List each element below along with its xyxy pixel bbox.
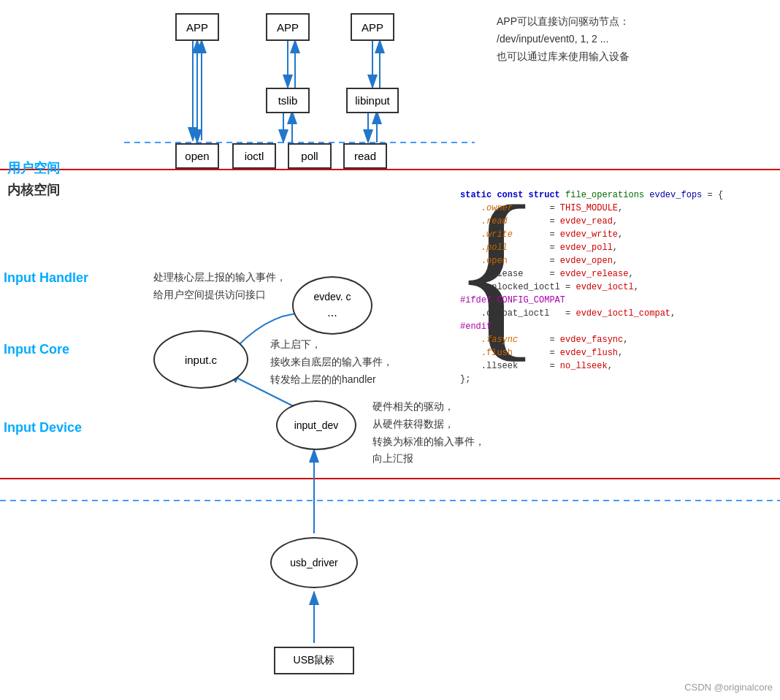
input-core-desc-text: 承上启下，接收来自底层的输入事件，转发给上层的的handler (270, 338, 393, 385)
libinput-box: libinput (346, 88, 399, 113)
input-core-desc: 承上启下，接收来自底层的输入事件，转发给上层的的handler (270, 336, 393, 388)
input-core-label: Input Core (4, 342, 69, 357)
app-box-1: APP (175, 13, 219, 41)
inputc-ellipse: input.c (153, 330, 248, 389)
evdev-ellipse: evdev. c ... (292, 276, 372, 335)
inputc-label: input.c (185, 354, 217, 366)
input-device-label: Input Device (4, 420, 82, 435)
ioctl-box: ioctl (232, 143, 276, 169)
read-box: read (343, 143, 387, 169)
app-box-2: APP (266, 13, 310, 41)
evdev-label: evdev. c (313, 290, 351, 305)
top-right-text: APP可以直接访问驱动节点：/dev/input/event0, 1, 2 ..… (497, 15, 630, 62)
inputdev-ellipse: input_dev (276, 400, 356, 450)
evdev-dots: ... (313, 305, 351, 321)
usbdriver-ellipse: usb_driver (270, 537, 358, 588)
tslib-box: tslib (266, 88, 310, 113)
diagram-container: 用户空间 内核空间 Input Handler Input Core Input… (0, 0, 780, 700)
code-block: static const struct file_operations evde… (460, 189, 723, 386)
input-device-desc-text: 硬件相关的驱动，从硬件获得数据，转换为标准的输入事件，向上汇报 (372, 400, 485, 464)
inputdev-label: input_dev (294, 419, 339, 431)
watermark: CSDN @originalcore (684, 682, 773, 693)
kernel-space-label: 内核空间 (7, 181, 60, 199)
user-space-label: 用户空间 (7, 159, 60, 177)
usbdriver-label: usb_driver (290, 557, 337, 568)
input-device-desc: 硬件相关的驱动，从硬件获得数据，转换为标准的输入事件，向上汇报 (372, 398, 485, 468)
poll-box: poll (288, 143, 332, 169)
open-box: open (175, 143, 219, 169)
top-right-annotation: APP可以直接访问驱动节点：/dev/input/event0, 1, 2 ..… (497, 13, 630, 65)
input-handler-label: Input Handler (4, 270, 88, 286)
input-handler-desc: 处理核心层上报的输入事件，给用户空间提供访问接口 (153, 269, 286, 304)
app-box-3: APP (351, 13, 394, 41)
input-handler-desc-text: 处理核心层上报的输入事件，给用户空间提供访问接口 (153, 271, 286, 300)
usb-mouse-box: USB鼠标 (274, 647, 354, 674)
usb-mouse-label: USB鼠标 (294, 654, 335, 667)
